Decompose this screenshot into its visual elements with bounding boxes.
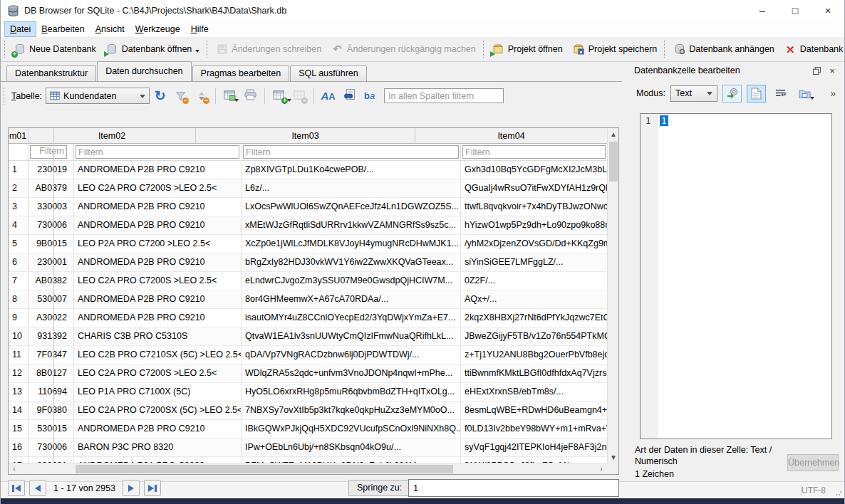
filter-item02[interactable] bbox=[74, 144, 242, 160]
minimize-button[interactable]: – bbox=[746, 0, 779, 21]
cell-item03[interactable]: 7NBXSy7ovXtIb5p3kt7kqke0qkpHuZxz3eMYM0oO… bbox=[242, 401, 461, 419]
menu-datei[interactable]: Datei bbox=[5, 22, 36, 36]
cell-item03[interactable]: qDA/Vp7VNgRACDzbnw6lj0DjPDWTDWj/... bbox=[242, 346, 461, 364]
close-panel-icon[interactable]: × bbox=[826, 65, 839, 76]
tab-sql-ausfuehren[interactable]: SQL ausführen bbox=[290, 65, 367, 81]
cell-item03[interactable]: IPw+OEbLn6Ubj/+n8SKbsqn04kO9u/... bbox=[242, 439, 461, 456]
scroll-left-arrow[interactable]: ‹ bbox=[9, 463, 20, 475]
apply-button[interactable]: Übernehmen bbox=[787, 454, 839, 471]
cell-item04[interactable]: /yhM2xDjzenZOVsGD/Dd+KKqZg9m/... bbox=[461, 235, 607, 253]
cell-item03[interactable]: bRgZxIy82HDJ30vkWV1Y6iw2ZwwXKQVaGTeeax..… bbox=[242, 253, 461, 271]
cell-item03[interactable]: L6z/... bbox=[242, 179, 461, 197]
column-header-item01[interactable]: Item01 bbox=[9, 128, 54, 463]
revert-changes-button[interactable]: ↶ Änderungen rückgängig machen bbox=[326, 41, 481, 58]
cell-item02[interactable]: ANDROMEDA P2B PRO C9210 bbox=[74, 253, 242, 271]
close-button[interactable]: × bbox=[812, 0, 844, 21]
open-database-dropdown-caret[interactable] bbox=[195, 50, 199, 55]
vertical-scroll-thumb[interactable] bbox=[609, 142, 618, 182]
write-changes-button[interactable]: Änderungen schreiben bbox=[211, 41, 326, 58]
cell-item02[interactable]: ANDROMEDA P2B PRO C9210 bbox=[74, 216, 242, 234]
menu-werkzeuge[interactable]: Werkzeuge bbox=[130, 22, 185, 36]
maximize-button[interactable]: □ bbox=[779, 0, 812, 21]
cell-item02[interactable]: LEO C2A PRO C7200S >LEO 2.5< bbox=[74, 272, 242, 290]
cell-item04[interactable]: f0LD13Iv2bbeY98bWY+m1+mRva+W6 bbox=[461, 420, 607, 438]
cell-item03[interactable]: WDlqZRA5s2qdc+unfvm3VnoJDONp4nqwI+mPhe..… bbox=[242, 364, 461, 382]
horizontal-scrollbar[interactable]: ‹ › bbox=[9, 463, 607, 474]
mode-select[interactable]: Text bbox=[670, 85, 717, 102]
tab-daten-durchsuchen[interactable]: Daten durchsuchen bbox=[97, 61, 191, 81]
format-toggle-button[interactable]: AA bbox=[318, 87, 338, 105]
menu-ansicht[interactable]: Ansicht bbox=[90, 22, 130, 36]
find-in-table-button[interactable] bbox=[339, 87, 358, 105]
new-database-button[interactable]: + Neue Datenbank bbox=[9, 41, 101, 58]
cell-item04[interactable]: ttiBwnmfKMktLBGfI0dfhfdxAq7VjzrsOg bbox=[461, 364, 607, 382]
resize-grip-icon[interactable] bbox=[835, 489, 842, 496]
cell-editor-content[interactable]: 1 bbox=[658, 114, 831, 439]
text-mode-button[interactable] bbox=[747, 85, 766, 103]
case-toggle-button[interactable]: ba bbox=[360, 87, 379, 105]
cell-item04[interactable]: syVqF1gqj42ITEPKIoH4jeF8AF3j2ndEr bbox=[461, 439, 607, 456]
filter-item04[interactable] bbox=[461, 144, 607, 160]
cell-item02[interactable]: ANDROMEDA P2B PRO C9210 bbox=[74, 198, 242, 216]
open-database-button[interactable]: Datenbank öffnen bbox=[101, 41, 204, 58]
cell-item04[interactable]: ttwfL8qvqkvoir+7x4hDyTBJwzONwo+C bbox=[461, 198, 607, 216]
previous-page-button[interactable] bbox=[29, 480, 46, 496]
cell-item03[interactable]: Zp8XIVGTpLDu1Ko4cwePOB/... bbox=[242, 161, 461, 179]
cell-item03[interactable]: LxOcsPwWlUOl6SwZQnAEFceJfz4Ln1DGWZOZ5S..… bbox=[242, 198, 461, 216]
filter-item03[interactable] bbox=[242, 144, 461, 160]
tab-pragmas-bearbeiten[interactable]: Pragmas bearbeiten bbox=[192, 65, 290, 81]
scroll-down-arrow[interactable]: ▼ bbox=[608, 451, 619, 463]
cell-item04[interactable]: fWW/8PBSS+J8fL+FS+M/... bbox=[461, 457, 607, 463]
scroll-up-arrow[interactable]: ▲ bbox=[608, 128, 619, 140]
print-button[interactable] bbox=[241, 87, 260, 105]
cell-item03[interactable]: IBkGQWxPJkjQqH5XDC92VUcufpSCnOxl9NiNXh8Q… bbox=[242, 420, 461, 438]
cell-item04[interactable]: 8esmLqWBE+RDwHD6uBeamgn4+4tM bbox=[461, 401, 607, 419]
column-header-item04[interactable]: Item04 bbox=[415, 128, 607, 143]
cell-item04[interactable]: 0Z2F/... bbox=[461, 272, 607, 290]
tab-datenbankstruktur[interactable]: Datenbankstruktur bbox=[6, 65, 96, 81]
insert-record-button[interactable]: + bbox=[269, 87, 289, 105]
table-select[interactable]: Kundendaten bbox=[46, 88, 150, 104]
cell-item03[interactable]: QtvaW1EA1lv3snUUWtyCmQIzIFmwNuaQRifhLkL.… bbox=[242, 327, 461, 345]
cell-item04[interactable]: z+Tj1YU2ANU8Bbg2OuerPbVfb8ejqAY bbox=[461, 346, 607, 364]
save-project-button[interactable]: Projekt speichern bbox=[568, 41, 663, 58]
next-page-button[interactable] bbox=[123, 480, 140, 496]
cell-item02[interactable]: LEO C2A PRO C7200SX (5C) >LEO 2.5< bbox=[74, 401, 242, 419]
menu-hilfe[interactable]: Hilfe bbox=[186, 22, 214, 36]
horizontal-scroll-thumb[interactable] bbox=[76, 465, 453, 473]
cell-item03[interactable]: eLndwrCJvgoZm3ySSU07M9e0GwsdpQjHCIW7M... bbox=[242, 272, 461, 290]
jump-to-button[interactable]: Springe zu: bbox=[348, 480, 410, 496]
column-header-item03[interactable]: Item03 bbox=[196, 128, 415, 143]
last-page-button[interactable] bbox=[144, 480, 161, 496]
refresh-button[interactable]: ↻ bbox=[150, 87, 170, 105]
cell-item03[interactable]: BFM+SW7E+M19Bl4K+8PAi0+Z+LJL001M... bbox=[242, 457, 461, 463]
first-page-button[interactable] bbox=[8, 480, 25, 496]
cell-item04[interactable]: AQx+/... bbox=[461, 290, 607, 308]
cell-item04[interactable]: siYinSiGEE7LMFggLZ/... bbox=[461, 253, 607, 271]
cell-item04[interactable]: hYizwO1wp5Pz9dh+Lo90zpo9ko88nZr bbox=[461, 216, 607, 234]
scroll-right-arrow[interactable]: › bbox=[596, 463, 607, 475]
cell-item03[interactable]: XcZp0e1jWlLcJfMDLK8VJoyH4ymugNRcDHwMJK1.… bbox=[242, 235, 461, 253]
cell-item04[interactable]: Gxh3d10Bq5YcGDFgMcXI2JcM3bLEbS7 bbox=[461, 161, 607, 179]
cell-item04[interactable]: JBweZGijyF5TB/v1Zo76n554PTkMCI6S bbox=[461, 327, 607, 345]
cell-item02[interactable]: ANDROMEDA P2B PRO C9210 bbox=[74, 309, 242, 327]
jump-to-input[interactable] bbox=[408, 479, 619, 497]
cell-item02[interactable]: ANDROMEDA P3A PRO C9300 bbox=[74, 457, 242, 463]
cell-item03[interactable]: 8or4GHMeemwX+A67cA70RDAa/... bbox=[242, 290, 461, 308]
import-data-button[interactable] bbox=[722, 85, 742, 103]
cell-item04[interactable]: eHExtXrxnSB/ebTm8s/... bbox=[461, 383, 607, 401]
open-project-button[interactable]: Projekt öffnen bbox=[487, 41, 568, 58]
cell-item03[interactable]: xMEtWJzGfRqtliSdURRrv1kkwVZAMNGRfSs9sz5c… bbox=[242, 216, 461, 234]
vertical-scrollbar[interactable]: ▲ ▼ bbox=[607, 128, 618, 463]
cell-item02[interactable]: ANDROMEDA P2B PRO C9210 bbox=[74, 161, 242, 179]
cell-item04[interactable]: QGuaIj4wRsuO7itFwXDYfAH1z9rQlKgu bbox=[461, 179, 607, 197]
attach-database-button[interactable]: Datenbank anhängen bbox=[668, 41, 779, 58]
cell-item04[interactable]: 2kqzX8HBXj27rNt6dPfYkJqzwc7EtOCq bbox=[461, 309, 607, 327]
cell-item03[interactable]: isautOMYr4uZ8CCnlOYecpEd2/3YqDWjxYmZa+E7… bbox=[242, 309, 461, 327]
cell-item02[interactable]: CHARIS C3B PRO C5310S bbox=[74, 327, 242, 345]
delete-record-button[interactable]: − bbox=[290, 87, 309, 105]
word-wrap-button[interactable] bbox=[771, 85, 790, 103]
save-cell-button[interactable] bbox=[795, 85, 814, 103]
cell-item02[interactable]: LEO P2A PRO C7200 >LEO 2.5< bbox=[74, 235, 242, 253]
clear-sorting-button[interactable]: − bbox=[192, 87, 211, 105]
